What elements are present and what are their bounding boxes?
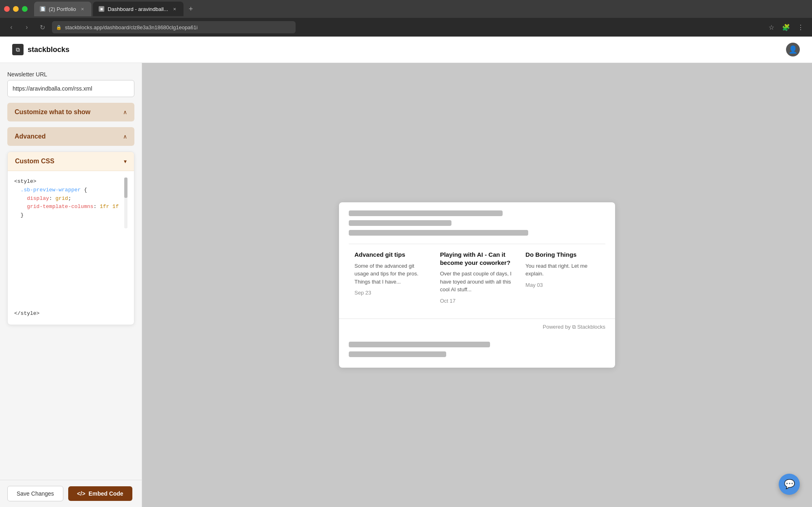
card-3-date: May 03 [525, 282, 600, 288]
browser-toolbar: ‹ › ↻ 🔒 stackblocks.app/dashboard/clz8e3… [0, 18, 812, 37]
skeleton-bar-bottom-2 [349, 351, 446, 357]
newsletter-url-input[interactable] [7, 80, 134, 97]
card-1-date: Sep 23 [354, 290, 429, 296]
skeleton-bar-1 [349, 210, 503, 216]
customize-section: Customize what to show ∧ [7, 103, 134, 121]
browser-tab-portfolio[interactable]: 📄 (2) Portfolio ✕ [34, 2, 91, 16]
logo-icon: ⧉ [12, 44, 24, 55]
forward-button[interactable]: › [21, 22, 32, 33]
code-line-2: .sb-preview-wrapper { [14, 186, 127, 195]
traffic-light-fullscreen[interactable] [22, 6, 28, 12]
traffic-light-minimize[interactable] [13, 6, 19, 12]
lock-icon: 🔒 [56, 25, 62, 30]
card-3-desc: You read that right. Let me explain. [525, 262, 600, 278]
left-panel: Newsletter URL Customize what to show ∧ … [0, 63, 142, 507]
code-line-3: display: grid; [14, 195, 127, 203]
custom-css-title: Custom CSS [15, 158, 54, 165]
main-content: Newsletter URL Customize what to show ∧ … [0, 63, 812, 507]
code-editor-area[interactable]: <style> .sb-preview-wrapper { display: g… [14, 178, 127, 228]
card-1-desc: Some of the advanced git usage and tips … [354, 262, 429, 286]
chat-widget[interactable]: 💬 [779, 474, 800, 495]
logo-area: ⧉ stackblocks [12, 44, 69, 55]
bookmark-button[interactable]: ☆ [766, 22, 777, 33]
card-2-title: Playing with AI - Can it become your cow… [440, 251, 514, 266]
right-preview: Advanced git tips Some of the advanced g… [142, 63, 812, 507]
custom-css-header[interactable]: Custom CSS ▾ [8, 152, 134, 171]
user-avatar[interactable]: 👤 [786, 43, 800, 56]
address-bar[interactable]: 🔒 stackblocks.app/dashboard/clz8e3a3n186… [52, 21, 296, 33]
tab-label-portfolio: (2) Portfolio [49, 6, 76, 12]
embed-code-button[interactable]: </> Embed Code [68, 486, 132, 501]
browser-tab-dashboard[interactable]: ▣ Dashboard - aravindball... ✕ [93, 2, 184, 16]
preview-widget: Advanced git tips Some of the advanced g… [339, 202, 615, 368]
card-1: Advanced git tips Some of the advanced g… [349, 244, 434, 310]
code-line-4: grid-template-columns: 1fr 1f [14, 203, 127, 211]
browser-menu-button[interactable]: ⋮ [795, 22, 806, 33]
custom-css-body[interactable]: <style> .sb-preview-wrapper { display: g… [8, 171, 134, 325]
code-line-5: } [14, 211, 127, 220]
card-2-desc: Over the past couple of days, I have toy… [440, 270, 514, 294]
extensions-button[interactable]: 🧩 [780, 22, 792, 33]
customize-accordion-header[interactable]: Customize what to show ∧ [7, 103, 134, 121]
skeleton-bar-bottom-1 [349, 342, 490, 347]
embed-icon: </> [77, 490, 85, 497]
tab-favicon-portfolio: 📄 [40, 6, 45, 12]
code-close-tag: </style> [14, 310, 127, 318]
customize-title: Customize what to show [15, 108, 91, 116]
skeleton-bar-2 [349, 220, 451, 226]
traffic-light-close[interactable] [4, 6, 10, 12]
newsletter-url-label: Newsletter URL [7, 71, 134, 78]
code-line-1: <style> [14, 178, 127, 186]
embed-label: Embed Code [89, 490, 123, 497]
tab-label-dashboard: Dashboard - aravindball... [108, 6, 168, 12]
traffic-lights [4, 6, 28, 12]
browser-chrome: 📄 (2) Portfolio ✕ ▣ Dashboard - aravindb… [0, 0, 812, 37]
skeleton-top [339, 202, 615, 244]
powered-by: Powered by ⧉ Stackblocks [339, 318, 615, 335]
back-button[interactable]: ‹ [6, 22, 17, 33]
tab-favicon-dashboard: ▣ [99, 6, 104, 12]
logo-text: stackblocks [28, 46, 69, 54]
reload-button[interactable]: ↻ [37, 22, 48, 33]
skeleton-bottom [339, 335, 615, 368]
address-bar-url: stackblocks.app/dashboard/clz8e3a3n18680… [65, 24, 198, 30]
browser-actions: ☆ 🧩 ⋮ [766, 22, 806, 33]
card-3-title: Do Boring Things [525, 251, 600, 259]
tab-close-portfolio[interactable]: ✕ [79, 6, 86, 12]
bottom-actions: Save Changes </> Embed Code [0, 480, 142, 507]
browser-tabs: 📄 (2) Portfolio ✕ ▣ Dashboard - aravindb… [0, 0, 812, 18]
custom-css-chevron-icon: ▾ [124, 158, 127, 165]
bottom-spacer [7, 331, 134, 363]
skeleton-bar-3 [349, 230, 528, 236]
advanced-accordion-header[interactable]: Advanced ∧ [7, 127, 134, 146]
tab-close-dashboard[interactable]: ✕ [171, 6, 178, 12]
cards-area: Advanced git tips Some of the advanced g… [339, 244, 615, 318]
advanced-title: Advanced [15, 133, 45, 140]
card-2: Playing with AI - Can it become your cow… [434, 244, 520, 310]
top-bar: ⧉ stackblocks 👤 [0, 37, 812, 63]
custom-css-panel: Custom CSS ▾ <style> .sb-preview-wrapper… [7, 152, 134, 325]
card-1-title: Advanced git tips [354, 251, 429, 259]
newsletter-url-section: Newsletter URL [7, 71, 134, 97]
code-empty-space[interactable] [14, 228, 127, 310]
card-2-date: Oct 17 [440, 298, 514, 304]
app-wrapper: ⧉ stackblocks 👤 Newsletter URL Customize… [0, 37, 812, 507]
advanced-section: Advanced ∧ [7, 127, 134, 146]
customize-chevron: ∧ [123, 109, 127, 115]
advanced-chevron: ∧ [123, 133, 127, 140]
new-tab-button[interactable]: + [185, 3, 197, 15]
save-changes-button[interactable]: Save Changes [7, 486, 63, 501]
card-3: Do Boring Things You read that right. Le… [520, 244, 605, 310]
code-line-6 [14, 220, 127, 228]
